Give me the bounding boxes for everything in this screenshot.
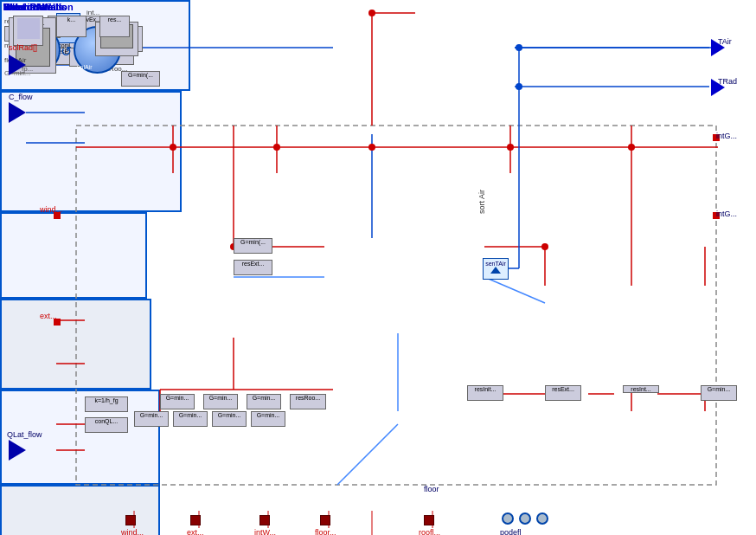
svg-point-48	[273, 144, 280, 151]
TRad-label: TRad	[718, 77, 737, 86]
qlat-arrow	[9, 440, 26, 461]
svg-line-17	[337, 424, 398, 485]
int-label: int...	[86, 9, 99, 16]
svg-point-53	[541, 243, 548, 250]
solRad-arrow	[9, 55, 26, 75]
floor-plate-label: Floor Plate	[3, 2, 53, 12]
svg-point-54	[516, 44, 522, 51]
svg-line-15	[484, 277, 545, 303]
floor-k-comp: k...	[56, 16, 86, 37]
resExt-win-comp: resExt...	[234, 260, 272, 275]
port-wind-label: wind...	[121, 528, 144, 535]
resInt3-comp: resInt...	[623, 385, 659, 393]
resRoo2-comp: resRoo...	[290, 394, 326, 409]
cflow-label: C_flow	[9, 93, 33, 101]
solRad-label: solRad[]	[9, 43, 37, 52]
gMin-ext-e: G=min...	[251, 411, 285, 427]
svg-point-55	[516, 83, 522, 90]
senTAir-comp: senTAir	[483, 258, 509, 280]
gMin-floor2-comp: G=min...	[203, 394, 238, 409]
sensor-triangle	[490, 267, 501, 274]
floor-signal-label: floor	[424, 485, 439, 493]
volAir-label: volAir	[77, 64, 93, 70]
sort-air-label: sort Air	[477, 190, 486, 214]
port-circle-1	[502, 512, 514, 525]
svg-point-51	[368, 144, 375, 151]
gMin-ext-b: G=min...	[134, 411, 169, 427]
qlat-label: QLat_flow	[7, 430, 42, 439]
port-intW-label: intW...	[254, 528, 276, 535]
svg-point-50	[628, 144, 635, 151]
gMin-ext-d: G=min...	[212, 411, 247, 427]
exterior-walls-block: Exterior Walls convEx... mWat... G=min..…	[0, 299, 151, 390]
resInt4-comp: G=min...	[701, 385, 737, 401]
resExt3-comp: resExt...	[545, 385, 581, 401]
ext-label: ext...	[40, 312, 57, 320]
roof-block: Roof roof oniRoof k...	[0, 91, 182, 212]
gMin-floor-comp: G=min...	[160, 394, 195, 409]
svg-point-57	[368, 10, 375, 16]
port-floor	[320, 515, 330, 525]
diagram-container: Solar Radiation radHea... convH... su...…	[0, 0, 756, 535]
port-roofl-label: roofl...	[419, 528, 440, 535]
k1hfg-comp: k=1/h_fg	[85, 396, 128, 412]
intG1-label: intG...	[716, 132, 737, 140]
intG2-label: intG...	[716, 209, 737, 218]
TAir-label: TAir	[718, 37, 732, 46]
floor-res-comp: res...	[99, 16, 130, 37]
windows-block: Windows resWin R=RWin convWin resExt... …	[0, 212, 147, 299]
gMin-win-comp: G=min(...	[234, 238, 272, 254]
svg-point-49	[507, 144, 514, 151]
port-roofl	[424, 515, 434, 525]
port-circle-3	[536, 512, 548, 525]
port-ext-label: ext...	[187, 528, 204, 535]
cflow-arrow	[9, 102, 26, 123]
gMin-floor3-comp: G=min...	[247, 394, 281, 409]
port-floor-label: floor...	[315, 528, 336, 535]
conQL-comp: conQL...	[85, 417, 128, 433]
podefl-label: podefl	[500, 528, 522, 535]
gMin1-comp: G=min(...	[121, 71, 160, 87]
port-intW	[259, 515, 270, 525]
port-ext	[190, 515, 201, 525]
flow-arrow: ↺	[61, 43, 72, 60]
wind-label: wind...	[40, 205, 62, 214]
port-circle-2	[519, 512, 531, 525]
floor-comp1	[13, 16, 43, 46]
port-wind	[125, 515, 136, 525]
resInit-comp: resInit...	[467, 385, 503, 401]
gMin-ext-c: G=min...	[173, 411, 208, 427]
